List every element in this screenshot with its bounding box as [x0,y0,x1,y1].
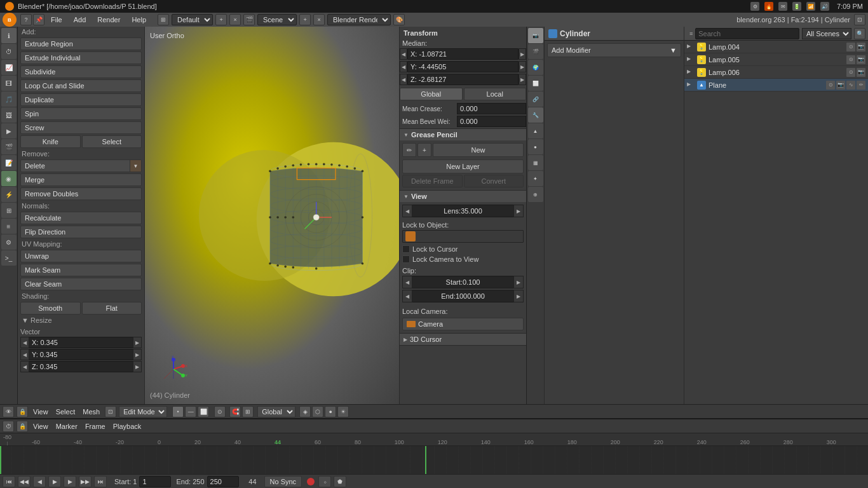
tl-frame-menu[interactable]: Frame [83,423,108,430]
pin-icon[interactable]: 📌 [33,14,44,25]
snap-icon[interactable]: 🧲 [229,406,241,417]
end-frame-input[interactable] [207,476,239,487]
lock-icon[interactable]: 🔒 [17,406,28,417]
outliner-item-lamp004[interactable]: ▶ 💡 Lamp.004 ⊙ 📷 [684,41,868,53]
wireframe-icon[interactable]: ⬡ [312,406,323,417]
gp-new-layer-btn[interactable]: New Layer [402,159,524,173]
maximize-icon[interactable]: ⊡ [854,14,865,25]
mean-crease-val[interactable]: 0.000 [457,103,526,114]
flip-direction-btn[interactable]: Flip Direction [20,226,142,238]
constraints-icon[interactable]: 🔗 [528,92,543,107]
edit-icon[interactable]: ✏ [857,81,865,90]
prev-keyframe-btn[interactable]: ◀◀ [18,476,31,487]
mean-bevel-val[interactable]: 0.000 [457,116,526,127]
menu-file[interactable]: File [46,15,67,25]
sequencer-icon[interactable]: ▶ [1,123,17,139]
particle-icon[interactable]: ✦ [528,171,543,186]
delete-btn[interactable]: Delete [20,159,130,172]
key-type-btn[interactable]: ⬟ [334,476,346,487]
restrict-select-icon[interactable]: ⊙ [826,81,835,90]
tl-view-menu[interactable]: View [31,423,51,430]
image-editor-icon[interactable]: 🖼 [1,107,17,123]
material-icon[interactable]: ● [528,139,543,154]
renderer-select[interactable]: Blender Render [327,14,391,25]
transform-z-input[interactable]: Z: -2.68127 [407,74,519,85]
remove-screen-icon[interactable]: × [229,14,241,25]
render-icon[interactable]: 🎨 [393,14,405,25]
view-menu[interactable]: View [31,408,51,416]
next-keyframe-btn[interactable]: ▶▶ [79,476,92,487]
recalculate-btn[interactable]: Recalculate [20,212,142,224]
timeline-lock-icon[interactable]: 🔒 [17,421,28,432]
settings-icon[interactable]: ⚙ [750,2,759,11]
record-btn[interactable] [307,478,315,485]
pivot-select[interactable]: Global [257,406,295,417]
lock-cursor-checkbox[interactable] [402,245,410,253]
vec-y-left-arrow[interactable]: ◀ [20,349,29,360]
prev-frame-btn[interactable]: ◀ [33,476,46,487]
remove-doubles-btn[interactable]: Remove Doubles [20,187,142,200]
grease-pencil-header[interactable]: Grease Pencil [400,129,526,140]
lens-right-arrow[interactable]: ▶ [513,205,524,217]
add-scene-icon[interactable]: + [299,14,311,25]
gp-add-icon[interactable]: + [417,143,431,157]
clip-end-input[interactable]: End: 1000.000 [412,290,513,302]
restrict-select-icon[interactable]: ⊙ [846,43,855,51]
menu-add[interactable]: Add [69,15,92,25]
vec-z-left-arrow[interactable]: ◀ [20,361,29,372]
question-icon[interactable]: ? [20,14,32,25]
local-btn[interactable]: Local [464,88,527,100]
view-header[interactable]: View [400,191,526,202]
screen-layout-icon[interactable]: ⊞ [158,14,169,25]
knife-select-btn[interactable]: Select [82,135,142,148]
scene-props-icon[interactable]: 🎬 [528,44,543,59]
restrict-select-icon[interactable]: ⊙ [846,68,855,77]
viewport[interactable]: User Ortho X Z Y (44) C [145,27,399,404]
play-btn[interactable]: ▶ [48,476,61,487]
clip-end-left[interactable]: ◀ [402,290,412,302]
properties-icon[interactable]: ⊞ [1,203,17,218]
console-icon[interactable]: >_ [1,250,17,266]
text-editor-icon[interactable]: 📝 [1,155,17,170]
vec-x-input[interactable]: X: 0.345 [29,337,133,348]
graph-editor-icon[interactable]: 📈 [1,60,17,75]
menu-render[interactable]: Render [92,15,125,25]
outliner-item-plane[interactable]: ▶ ▲ Plane ⊙ 📷 ∿ ✏ [684,79,868,92]
restrict-render-icon[interactable]: 📷 [836,81,845,90]
merge-btn[interactable]: Merge [20,173,142,186]
physics-icon[interactable]: ⊕ [528,187,543,202]
add-screen-icon[interactable]: + [215,14,227,25]
vec-y-right-arrow[interactable]: ▶ [133,349,142,360]
tl-marker-menu[interactable]: Marker [53,423,80,430]
next-frame-btn[interactable]: ▶ [64,476,76,487]
start-frame-input[interactable] [139,476,171,487]
object-props-icon[interactable]: ⬜ [528,76,543,91]
vertex-select-icon[interactable]: • [172,406,184,417]
x-right-arrow[interactable]: ▶ [519,48,526,60]
scene-filter-select[interactable]: All Scenes [802,28,851,39]
clip-start-left[interactable]: ◀ [402,276,412,288]
add-modifier-btn[interactable]: Add Modifier ▼ [547,43,681,57]
vec-z-right-arrow[interactable]: ▶ [133,361,142,372]
duplicate-btn[interactable]: Duplicate [20,93,142,106]
convert-btn[interactable]: Convert [464,175,524,187]
y-left-arrow[interactable]: ◀ [400,61,407,72]
render-props-icon[interactable]: 📷 [528,28,543,43]
no-sync-btn[interactable]: No Sync [264,476,302,487]
proportional-icon[interactable]: ⊙ [214,406,226,417]
timeline-icon[interactable]: ⏱ [1,44,17,59]
curve-icon[interactable]: ∿ [846,81,855,90]
info-panel-icon[interactable]: ℹ [1,28,17,43]
mail-icon[interactable]: ✉ [778,2,787,11]
data-icon[interactable]: ▲ [528,123,543,139]
cursor-header[interactable]: 3D Cursor [400,334,526,345]
outliner-filter-icon[interactable]: 🔍 [854,28,865,39]
x-left-arrow[interactable]: ◀ [400,48,407,60]
restrict-render-icon[interactable]: 📷 [857,68,865,77]
user-prefs-icon[interactable]: ⚙ [1,234,17,250]
flat-btn[interactable]: Flat [82,302,142,315]
gp-new-btn[interactable]: New [433,143,524,157]
unwrap-btn[interactable]: Unwrap [20,250,142,262]
z-right-arrow[interactable]: ▶ [519,74,526,85]
logic-editor-icon[interactable]: ⚡ [1,187,17,202]
